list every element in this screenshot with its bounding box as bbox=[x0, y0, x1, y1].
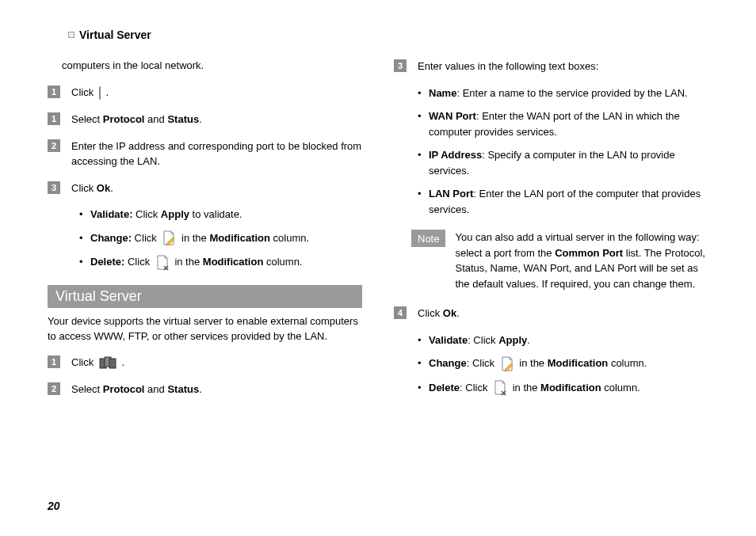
bold: Name bbox=[429, 87, 456, 99]
step-click-1: 1 Click . bbox=[48, 85, 362, 101]
menu-icon bbox=[99, 86, 101, 101]
delete-doc-icon bbox=[493, 380, 507, 396]
left-column: computers in the local network. 1 Click … bbox=[48, 59, 362, 409]
text: . bbox=[121, 356, 124, 368]
bold: Modification bbox=[203, 256, 264, 268]
step-number: 4 bbox=[394, 306, 407, 319]
delete-doc-icon bbox=[155, 255, 170, 271]
text: . bbox=[456, 307, 460, 319]
step-number: 1 bbox=[48, 355, 60, 368]
edit-doc-icon bbox=[162, 230, 176, 246]
bold: Validate: bbox=[90, 208, 132, 220]
text: Select bbox=[71, 383, 103, 395]
step-body: Click Ok. bbox=[418, 306, 708, 321]
section-intro: Your device supports the virtual server … bbox=[48, 314, 362, 344]
bold: Apply bbox=[161, 208, 189, 220]
bullet-ip-address: IP Address: Specify a computer in the LA… bbox=[418, 147, 708, 178]
text: in the bbox=[181, 232, 209, 244]
text: Click bbox=[71, 356, 97, 368]
step-number: 1 bbox=[48, 86, 60, 98]
bold: Delete: bbox=[90, 256, 124, 268]
bold: Modification bbox=[548, 357, 609, 369]
bold: Modification bbox=[540, 382, 601, 393]
note-text: You can also add a virtual server in the… bbox=[455, 230, 708, 291]
bold: Apply bbox=[498, 334, 527, 346]
text: . bbox=[110, 182, 113, 194]
step-body: Click . bbox=[71, 85, 362, 101]
text: Click bbox=[124, 256, 152, 268]
step-body: Click . bbox=[71, 355, 362, 371]
bullet-change-2: Change: Click in the Modification column… bbox=[418, 355, 708, 372]
text: Click bbox=[132, 208, 160, 220]
text: Click bbox=[132, 232, 159, 244]
step-click-ok: 3 Click Ok. bbox=[48, 181, 362, 196]
text: column. bbox=[270, 232, 309, 244]
bold: Protocol bbox=[103, 383, 145, 395]
bullet-change: Change: Click in the Modification column… bbox=[79, 230, 362, 247]
text: : Enter a name to the service provided b… bbox=[456, 87, 687, 99]
right-column: 3 Enter values in the following text box… bbox=[394, 59, 708, 409]
bold: Change: bbox=[90, 232, 132, 244]
bullet-validate-2: Validate: Click Apply. bbox=[418, 333, 708, 348]
edit-doc-icon bbox=[500, 356, 514, 372]
bullet-lan-port: LAN Port: Enter the LAN port of the comp… bbox=[418, 186, 708, 217]
bold: Common Port bbox=[555, 247, 623, 259]
page-header: Virtual Server bbox=[48, 29, 708, 41]
text: column. bbox=[263, 256, 302, 268]
bullet-delete: Delete: Click in the Modification column… bbox=[79, 254, 362, 271]
step-select-protocol: 1 Select Protocol and Status. bbox=[48, 112, 362, 127]
field-bullets: Name: Enter a name to the service provid… bbox=[418, 86, 708, 218]
step4-sub-bullets: Validate: Click Apply. Change: Click in … bbox=[418, 333, 708, 397]
svg-rect-2 bbox=[109, 359, 116, 368]
text: Click bbox=[71, 182, 97, 194]
step-number: 2 bbox=[48, 139, 60, 152]
bullet-validate: Validate: Click Apply to validate. bbox=[79, 207, 362, 222]
note-block: Note You can also add a virtual server i… bbox=[411, 230, 708, 291]
text: : Click bbox=[460, 382, 491, 393]
vs-step-select: 2 Select Protocol and Status. bbox=[48, 382, 362, 397]
section-banner-virtual-server: Virtual Server bbox=[48, 285, 362, 308]
text: . bbox=[199, 383, 202, 395]
header-title: Virtual Server bbox=[79, 29, 151, 41]
step-number: 3 bbox=[394, 59, 407, 72]
content-columns: computers in the local network. 1 Click … bbox=[48, 59, 708, 409]
step-body: Enter the IP address and corresponding p… bbox=[71, 139, 362, 169]
text: in the bbox=[174, 256, 202, 268]
bullet-delete-2: Delete: Click in the Modification column… bbox=[418, 380, 708, 397]
step-number: 3 bbox=[48, 181, 60, 194]
step-body: Select Protocol and Status. bbox=[71, 112, 362, 127]
bold: Change bbox=[429, 357, 467, 369]
bold: WAN Port bbox=[429, 110, 476, 122]
text: Click bbox=[418, 307, 443, 319]
note-label: Note bbox=[411, 230, 445, 247]
text: column. bbox=[608, 357, 647, 369]
header-square-icon bbox=[68, 32, 74, 38]
text: in the bbox=[519, 357, 547, 369]
text: : Click bbox=[467, 357, 498, 369]
step-body: Enter values in the following text boxes… bbox=[418, 59, 708, 74]
bold: Validate bbox=[429, 334, 468, 346]
text: Select bbox=[71, 113, 103, 125]
text: and bbox=[144, 113, 167, 125]
bold: Ok bbox=[97, 182, 110, 194]
bold: LAN Port bbox=[429, 188, 473, 200]
page-number: 20 bbox=[48, 500, 60, 512]
step-body: Select Protocol and Status. bbox=[71, 382, 362, 397]
text: Click bbox=[71, 86, 97, 98]
step-enter-ip: 2 Enter the IP address and corresponding… bbox=[48, 139, 362, 169]
bullet-wan-port: WAN Port: Enter the WAN port of the LAN … bbox=[418, 108, 708, 139]
text: in the bbox=[513, 382, 540, 393]
bullet-name: Name: Enter a name to the service provid… bbox=[418, 86, 708, 101]
text: and bbox=[144, 383, 167, 395]
vs-step-click: 1 Click . bbox=[48, 355, 362, 371]
bold: Delete bbox=[429, 382, 460, 393]
bold: Status bbox=[167, 383, 199, 395]
servers-icon bbox=[99, 356, 116, 371]
bold: Ok bbox=[443, 307, 456, 319]
bold: IP Address bbox=[429, 149, 482, 161]
bold: Modification bbox=[209, 232, 270, 244]
text: . bbox=[527, 334, 530, 346]
step-enter-values: 3 Enter values in the following text box… bbox=[394, 59, 708, 74]
bold: Status bbox=[167, 113, 199, 125]
text: : Click bbox=[468, 334, 498, 346]
